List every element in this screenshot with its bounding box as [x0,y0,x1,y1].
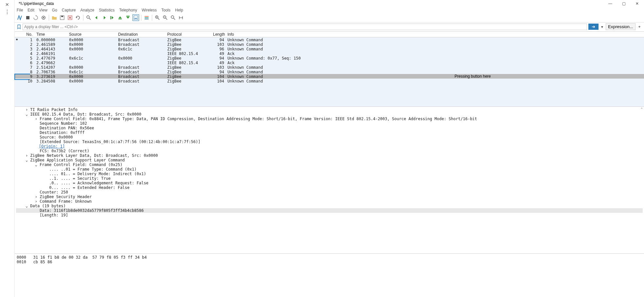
detail-line[interactable]: .... ..01 = Frame Type: Command (0x1) [16,167,643,172]
col-time[interactable]: Time [35,32,68,37]
display-filter-input[interactable] [23,24,587,30]
stop-capture-icon[interactable] [25,14,31,21]
save-file-icon[interactable] [59,14,65,21]
start-capture-icon[interactable] [17,14,23,21]
packet-row[interactable]: 82.7067360x6c1cBroadcastZigBee94Unknown … [15,69,644,74]
scroll-up-icon[interactable]: ^ [641,107,643,111]
filter-history-dropdown-icon[interactable]: ▾ [600,25,604,29]
menu-help[interactable]: Help [175,8,183,12]
go-forward-icon[interactable] [101,14,108,21]
detail-line[interactable]: .... 01.. = Delivery Mode: Indirect (0x1… [16,172,643,176]
window-title: *\\.\pipe\tiwspc_data [19,1,54,6]
browser-menu-icon[interactable]: ⋮ [5,10,10,14]
title-bar: *\\.\pipe\tiwspc_data — ▢ ✕ [15,0,644,7]
detail-line[interactable]: › ZigBee Security Header [16,195,643,199]
detail-line[interactable]: › TI Radio Packet Info [16,107,643,112]
wireshark-app: *\\.\pipe\tiwspc_data — ▢ ✕ FileEditView… [15,0,644,297]
packet-row[interactable]: 93.2736190x0000BroadcastZigBee104Unknown… [15,74,644,79]
open-file-icon[interactable] [51,14,58,21]
detail-line[interactable]: 0... .... = Extended Header: False [16,185,643,190]
detail-line[interactable]: [Extended Source: TexasIns_00:1c:a7:7f:5… [16,139,643,144]
add-filter-button[interactable]: + [637,25,642,29]
zoom-reset-icon[interactable] [170,14,176,21]
col-no[interactable]: No. [15,32,35,37]
packet-list-pane: No. Time Source Destination Protocol Len… [15,31,644,107]
menu-analyze[interactable]: Analyze [80,8,95,12]
detail-line[interactable]: ..1. .... = Security: True [16,176,643,181]
close-file-icon[interactable] [67,14,73,21]
hex-line[interactable]: 0000 31 16 f1 b8 de 00 32 da 57 79 f8 05… [17,255,642,260]
auto-scroll-icon[interactable] [133,14,139,21]
menu-statistics[interactable]: Statistics [99,8,115,12]
resize-columns-icon[interactable] [178,14,184,21]
go-back-icon[interactable] [93,14,100,21]
packet-row[interactable]: 72.5142070x0000BroadcastZigBee103Unknown… [15,65,644,69]
packet-row[interactable]: 22.4615890x0000BroadcastZigBee103Unknown… [15,42,644,46]
menu-edit[interactable]: Edit [27,8,34,12]
close-icon[interactable]: ✕ [635,1,639,6]
detail-line[interactable]: Counter: 250 [16,190,643,195]
svg-rect-11 [134,18,137,19]
svg-rect-4 [61,16,63,17]
col-protocol[interactable]: Protocol [166,32,212,37]
browser-close-icon[interactable]: ✕ [5,2,9,7]
col-length[interactable]: Length [212,32,225,37]
detail-line[interactable]: Destination PAN: 0x56ee [16,126,643,130]
packet-row[interactable]: 32.4641430x00000x6c1cZigBee96Unknown Com… [15,46,644,51]
zoom-in-icon[interactable] [154,14,161,21]
menu-capture[interactable]: Capture [62,8,76,12]
col-info[interactable]: Info [225,32,644,37]
col-source[interactable]: Source [68,32,117,37]
menu-tools[interactable]: Tools [161,8,170,12]
packet-list-header[interactable]: No. Time Source Destination Protocol Len… [15,32,644,37]
packet-row[interactable]: 10.0000000x0000BroadcastZigBee94Unknown … [15,37,644,42]
origin-link[interactable]: [Origin: 1] [39,144,65,149]
menu-view[interactable]: View [39,8,47,12]
expression-button[interactable]: Expression... [606,23,635,30]
restart-capture-icon[interactable] [32,14,39,21]
colorize-icon[interactable] [143,14,150,21]
packet-row[interactable]: 103.2845080x0000BroadcastZigBee104Unknow… [15,79,644,83]
menu-go[interactable]: Go [52,8,57,12]
detail-line[interactable]: ⌄ ZigBee Application Support Layer Comma… [16,158,643,162]
detail-line[interactable]: › ZigBee Network Layer Data, Dst: Broadc… [16,153,643,158]
reload-icon[interactable] [75,14,81,21]
detail-line[interactable]: .0.. .... = Acknowledgement Request: Fal… [16,181,643,185]
detail-line[interactable]: FCS: 0x73b2 (Correct) [16,149,643,153]
packet-bytes-pane[interactable]: 0000 31 16 f1 b8 de 00 32 da 57 79 f8 05… [15,254,644,297]
menu-file[interactable]: File [17,8,23,12]
detail-line[interactable]: Data: 3116f1b8de0032da5779f805f3ff34b4cb… [16,208,643,213]
svg-rect-13 [145,17,149,18]
goto-packet-icon[interactable] [109,14,116,21]
bookmark-filter-icon[interactable] [17,25,21,29]
detail-line[interactable]: Sequence Number: 102 [16,121,643,126]
hex-line[interactable]: 0010 cb 85 86 [17,260,642,264]
zoom-out-icon[interactable] [162,14,169,21]
maximize-icon[interactable]: ▢ [622,1,626,6]
menu-wireless[interactable]: Wireless [142,8,157,12]
detail-line[interactable]: ⌄ IEEE 802.15.4 Data, Dst: Broadcast, Sr… [16,112,643,117]
detail-line[interactable]: [Length: 19] [16,213,643,217]
col-dest[interactable]: Destination [117,32,166,37]
packet-row[interactable]: 52.4776790x6c1c0x0000ZigBee94Unknown Com… [15,56,644,60]
detail-line[interactable]: ⌄ Frame Control Field: Command (0x25) [16,162,643,167]
detail-line[interactable]: › Command Frame: Unknown [16,199,643,204]
packet-details-pane[interactable]: ^ › TI Radio Packet Info ⌄ IEEE 802.15.4… [15,107,644,254]
annotation-text: Pressing button here [455,74,491,79]
capture-options-icon[interactable] [40,14,47,21]
goto-first-icon[interactable] [117,14,123,21]
goto-last-icon[interactable] [125,14,131,21]
detail-line[interactable]: › Frame Control Field: 0x8841, Frame Typ… [16,117,643,121]
find-packet-icon[interactable] [85,14,92,21]
detail-line[interactable]: Destination: 0xffff [16,130,643,135]
menu-telephony[interactable]: Telephony [119,8,137,12]
detail-line[interactable]: ⌄ Data (19 bytes) [16,204,643,208]
detail-line[interactable]: [Origin: 1] [16,144,643,149]
minimize-icon[interactable]: — [608,1,612,6]
packet-row[interactable]: 42.466191IEEE 802.15.449Ack [15,51,644,56]
apply-filter-button[interactable]: ➔ [588,24,599,30]
svg-point-2 [43,17,44,18]
packet-marker-icon [16,39,18,40]
detail-line[interactable]: Source: 0x0000 [16,135,643,139]
packet-row[interactable]: 62.479662IEEE 802.15.449Ack [15,60,644,65]
